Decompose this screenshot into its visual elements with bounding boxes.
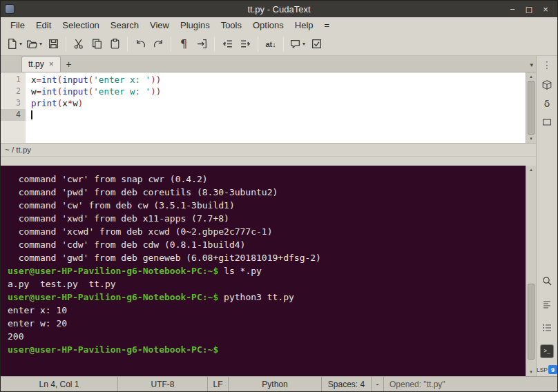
toolbar-separator: [214, 37, 215, 52]
terminal-line: command 'gwd' from deb geneweb (6.08+git…: [8, 251, 526, 264]
statusbar: Ln 4, Col 1 UTF-8 LF Python Spaces: 4 - …: [1, 376, 557, 391]
open-folder-icon: [26, 38, 38, 50]
menu-file[interactable]: File: [5, 20, 30, 30]
copy-icon: [91, 38, 103, 50]
scroll-down-icon[interactable]: ▾: [530, 136, 532, 141]
sidebar-grip-icon[interactable]: ⋮: [542, 60, 552, 70]
search-panel-button[interactable]: [539, 271, 555, 290]
search-icon: [541, 275, 552, 286]
lsp-badge: 9: [548, 365, 557, 374]
editor-scrollbar[interactable]: ▴ ▾: [526, 72, 536, 143]
menu-help[interactable]: Help: [289, 20, 319, 30]
panel-splitter[interactable]: [1, 156, 536, 166]
menu-search[interactable]: Search: [105, 20, 144, 30]
terminal-line: user@user-HP-Pavilion-g6-Notebook-PC:~$ …: [8, 291, 526, 304]
undo-arrow-icon: [135, 38, 146, 50]
sort-button[interactable]: at ↓: [262, 35, 280, 54]
code-editor[interactable]: 1x=int(input('enter x: '))2w=int(input('…: [1, 72, 526, 143]
line-number: 3: [1, 97, 26, 109]
breadcrumb[interactable]: ~ / tt.py: [1, 143, 536, 156]
paste-button[interactable]: [106, 35, 124, 54]
status-message: Opened: "tt.py": [384, 377, 557, 391]
cudatext-window: tt.py - CudaText − ◻ × File Edit Selecti…: [0, 0, 558, 392]
open-file-button[interactable]: ▾: [24, 35, 44, 54]
unindent-button[interactable]: [218, 35, 236, 54]
show-unprinted-button[interactable]: ¶: [175, 35, 193, 54]
menu-selection[interactable]: Selection: [57, 20, 104, 30]
new-file-button[interactable]: ▾: [4, 35, 24, 54]
list-panel-button[interactable]: [539, 318, 555, 337]
menu-view[interactable]: View: [144, 20, 175, 30]
redo-button[interactable]: [149, 35, 167, 54]
sort-text-icon: at: [265, 40, 272, 48]
tab-ttpy[interactable]: tt.py ×: [21, 56, 61, 72]
menu-equals[interactable]: =: [319, 20, 336, 30]
status-caret-pos[interactable]: Ln 4, Col 1: [1, 377, 118, 391]
scroll-up-icon[interactable]: ▴: [530, 167, 532, 173]
terminal-line: command 'xwd' from deb x11-apps (7.7+8): [8, 212, 526, 225]
goto-button[interactable]: [193, 35, 211, 54]
panel-button[interactable]: [539, 112, 555, 131]
right-sidebar: ⋮ δ >_: [536, 56, 557, 376]
toolbar: ▾ ▾ ¶: [1, 32, 557, 56]
terminal-line: 200: [8, 330, 526, 343]
toolbar-separator: [258, 37, 258, 52]
editor-line[interactable]: 3print(x*w): [1, 97, 526, 109]
status-lexer[interactable]: Python: [229, 377, 322, 391]
menu-tools[interactable]: Tools: [215, 20, 247, 30]
diff-panel-button[interactable]: δ: [539, 94, 555, 112]
new-file-icon: [6, 38, 18, 50]
editor-line[interactable]: 1x=int(input('enter x: ')): [1, 74, 526, 86]
window-controls: − ◻ ×: [505, 4, 557, 14]
undo-button[interactable]: [131, 35, 149, 54]
checkbox-icon: [311, 38, 323, 50]
status-selection[interactable]: -: [372, 377, 384, 391]
menu-edit[interactable]: Edit: [30, 20, 57, 30]
redo-arrow-icon: [153, 38, 164, 50]
console-panel-button[interactable]: >_: [539, 342, 555, 360]
editor-row: 1x=int(input('enter x: '))2w=int(input('…: [1, 72, 536, 143]
delta-icon: δ: [544, 98, 550, 109]
tab-list-button[interactable]: ▾: [530, 61, 533, 68]
pilcrow-icon: ¶: [180, 37, 187, 50]
terminal-line: command 'pwd' from deb coreutils (8.30-3…: [8, 186, 526, 199]
comment-button[interactable]: ▾: [287, 35, 307, 54]
clipboard-icon: [109, 38, 121, 50]
terminal-scrollbar[interactable]: ▴ ▾: [526, 166, 536, 376]
scroll-up-icon[interactable]: ▴: [530, 74, 532, 79]
indent-button[interactable]: [236, 35, 254, 54]
terminal-line: a.py test.py tt.py: [8, 277, 526, 291]
terminal-panel[interactable]: command 'cwr' from snap cwr (0.4.2) comm…: [1, 166, 526, 376]
scroll-down-icon[interactable]: ▾: [530, 369, 532, 375]
project-panel-button[interactable]: [539, 75, 555, 94]
close-button[interactable]: ×: [538, 4, 553, 14]
save-icon: [48, 38, 59, 50]
terminal-line: command 'cw' from deb cw (3.5.1-3build1): [8, 199, 526, 212]
status-tab-size[interactable]: Spaces: 4: [322, 377, 372, 391]
toggle-check-button[interactable]: [307, 35, 325, 54]
dropdown-caret-icon: ▾: [19, 41, 22, 47]
maximize-button[interactable]: ◻: [521, 4, 537, 14]
minimize-button[interactable]: −: [505, 4, 520, 14]
tab-close-icon[interactable]: ×: [49, 59, 54, 69]
copy-button[interactable]: [88, 35, 106, 54]
status-line-endings[interactable]: LF: [208, 377, 229, 391]
menu-options[interactable]: Options: [247, 20, 289, 30]
tab-label: tt.py: [28, 59, 44, 69]
line-number: 4: [1, 109, 26, 121]
editor-line[interactable]: 2w=int(input('enter w: ')): [1, 86, 526, 97]
outline-panel-button[interactable]: [539, 295, 555, 313]
scrollbar-thumb[interactable]: [528, 81, 535, 135]
window-title: tt.py - CudaText: [1, 4, 557, 14]
terminal-line: enter w: 20: [8, 317, 526, 330]
outline-lines-icon: [541, 299, 552, 310]
editor-line[interactable]: 4: [1, 109, 526, 121]
menu-plugins[interactable]: Plugins: [175, 20, 215, 30]
cut-button[interactable]: [70, 35, 88, 54]
scrollbar-thumb[interactable]: [528, 284, 535, 360]
dropdown-caret-icon: ▾: [39, 41, 42, 47]
new-tab-button[interactable]: +: [61, 56, 77, 72]
save-button[interactable]: [44, 35, 62, 54]
status-encoding[interactable]: UTF-8: [118, 377, 208, 391]
line-number: 1: [1, 74, 26, 86]
